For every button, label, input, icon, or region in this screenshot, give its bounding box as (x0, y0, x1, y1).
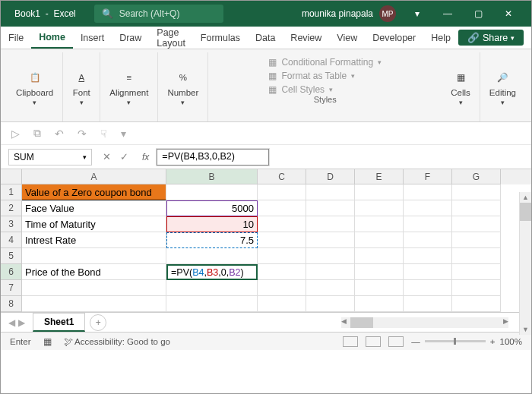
row-header-7[interactable]: 7 (1, 280, 22, 296)
name-box[interactable]: SUM▾ (8, 149, 92, 165)
quick-access-toolbar: ▷ ⧉ ↶ ↷ ☟ ▾ (1, 122, 531, 145)
qat-copy-icon[interactable]: ⧉ (33, 127, 41, 140)
cell-a3[interactable]: Time of Maturity (22, 216, 166, 232)
tab-nav-prev-icon[interactable]: ◀ (8, 317, 15, 328)
cell-a6[interactable]: Price of the Bond (22, 264, 166, 280)
accessibility-status[interactable]: 🕊 Accessibility: Good to go (64, 337, 170, 346)
fx-icon[interactable]: fx (139, 152, 152, 162)
workbook-name: Book1 - Excel (1, 8, 87, 19)
select-all-corner[interactable] (1, 169, 22, 184)
editing-button[interactable]: 🔎Editing▾ (488, 65, 518, 109)
new-sheet-button[interactable]: + (90, 314, 106, 331)
cells-button[interactable]: ▦Cells▾ (449, 65, 472, 109)
qat-redo-icon[interactable]: ↷ (78, 128, 87, 140)
close-icon[interactable]: ✕ (493, 1, 524, 27)
zoom-out-icon[interactable]: ― (411, 337, 420, 346)
col-header-a[interactable]: A (22, 169, 166, 184)
sheet-tab-1[interactable]: Sheet1 (33, 313, 85, 332)
share-button[interactable]: 🔗 Share ▾ (458, 30, 524, 46)
tab-formulas[interactable]: Formulas (193, 27, 248, 49)
horizontal-scrollbar[interactable]: ◀▶ (341, 317, 508, 328)
qat-touch-icon[interactable]: ☟ (100, 128, 107, 140)
scroll-thumb[interactable] (520, 203, 531, 221)
scroll-up-icon[interactable]: ▲ (520, 192, 531, 203)
tab-file[interactable]: File (1, 27, 31, 49)
maximize-icon[interactable]: ▢ (463, 1, 493, 27)
view-pagelayout-icon[interactable] (366, 336, 381, 347)
tab-data[interactable]: Data (248, 27, 283, 49)
zoom-slider[interactable] (425, 340, 486, 342)
col-header-d[interactable]: D (306, 169, 355, 184)
tab-view[interactable]: View (329, 27, 365, 49)
styles-group-label: Styles (314, 95, 337, 107)
row-header-5[interactable]: 5 (1, 248, 22, 264)
number-button[interactable]: %Number▾ (166, 65, 200, 109)
avatar[interactable]: MP (379, 5, 396, 22)
row-header-6[interactable]: 6 (1, 264, 22, 280)
row-header-1[interactable]: 1 (1, 184, 22, 200)
search-box[interactable]: 🔍 Search (Alt+Q) (94, 5, 223, 23)
col-header-f[interactable]: F (404, 169, 452, 184)
cell-a2[interactable]: Face Value (22, 200, 166, 216)
tab-review[interactable]: Review (283, 27, 329, 49)
col-header-e[interactable]: E (355, 169, 404, 184)
formula-bar: SUM▾ ✕ ✓ fx =PV(B4,B3,0,B2) (1, 145, 531, 169)
enter-formula-icon[interactable]: ✓ (120, 151, 128, 162)
tab-help[interactable]: Help (423, 27, 458, 49)
menu-bar: File Home Insert Draw Page Layout Formul… (1, 27, 531, 49)
cell-b4[interactable]: 7.5 (166, 232, 258, 248)
table-icon: ▦ (268, 71, 277, 81)
col-header-c[interactable]: C (258, 169, 306, 184)
col-header-b[interactable]: B (166, 169, 258, 184)
format-table-button[interactable]: ▦ Format as Table ▾ (268, 71, 355, 81)
vertical-scrollbar[interactable]: ▲ ▼ (519, 192, 531, 335)
row-header-2[interactable]: 2 (1, 200, 22, 216)
row-header-8[interactable]: 8 (1, 296, 22, 312)
title-bar: Book1 - Excel 🔍 Search (Alt+Q) mounika p… (1, 1, 531, 27)
search-icon: 🔍 (102, 8, 113, 19)
cell-styles-button[interactable]: ▦ Cell Styles ▾ (268, 84, 333, 95)
username: mounika pinapala (302, 8, 373, 19)
view-normal-icon[interactable] (343, 336, 358, 347)
row-header-3[interactable]: 3 (1, 216, 22, 232)
col-header-g[interactable]: G (452, 169, 501, 184)
tab-home[interactable]: Home (31, 27, 73, 49)
cell-b2[interactable]: 5000 (166, 200, 258, 216)
cell-b1[interactable] (166, 184, 258, 200)
clipboard-icon: 📋 (26, 68, 44, 87)
font-button[interactable]: AFont▾ (71, 65, 92, 109)
user-area: mounika pinapala MP ▾ ― ▢ ✕ (302, 1, 531, 27)
tab-developer[interactable]: Developer (365, 27, 423, 49)
column-headers: A B C D E F G (1, 169, 531, 184)
macro-icon[interactable]: ▦ (43, 336, 52, 347)
sheet-tabs: ◀▶ Sheet1 + ◀▶ (1, 312, 531, 332)
tab-pagelayout[interactable]: Page Layout (149, 27, 193, 49)
zoom-in-icon[interactable]: + (490, 337, 496, 346)
tab-nav-next-icon[interactable]: ▶ (18, 317, 25, 328)
conditional-formatting-button[interactable]: ▦ Conditional Formatting ▾ (268, 57, 382, 68)
font-icon: A (72, 68, 90, 87)
minimize-icon[interactable]: ― (432, 1, 463, 27)
spreadsheet-grid[interactable]: A B C D E F G 1Value of a Zero coupon bo… (1, 169, 531, 312)
tab-insert[interactable]: Insert (73, 27, 112, 49)
cell-a1[interactable]: Value of a Zero coupon bond (22, 184, 166, 200)
cell-b3[interactable]: 10 (166, 216, 258, 232)
tab-draw[interactable]: Draw (112, 27, 149, 49)
search-placeholder: Search (Alt+Q) (119, 8, 180, 19)
zoom-level[interactable]: 100% (500, 337, 522, 346)
ribbon-options-icon[interactable]: ▾ (402, 1, 432, 27)
conditional-icon: ▦ (268, 57, 277, 68)
cell-b6[interactable]: =PV(B4,B3,0,B2) (166, 264, 258, 280)
cancel-formula-icon[interactable]: ✕ (103, 151, 111, 162)
qat-undo-icon[interactable]: ↶ (55, 128, 64, 140)
view-pagebreak-icon[interactable] (388, 336, 404, 347)
ribbon: 📋Clipboard▾ AFont▾ ≡Alignment▾ %Number▾ … (1, 49, 531, 122)
cell-a4[interactable]: Intrest Rate (22, 232, 166, 248)
formula-input[interactable]: =PV(B4,B3,0,B2) (157, 149, 269, 165)
qat-more-icon[interactable]: ▾ (121, 128, 126, 140)
clipboard-button[interactable]: 📋Clipboard▾ (14, 65, 55, 109)
qat-share-icon[interactable]: ▷ (11, 128, 20, 140)
scroll-down-icon[interactable]: ▼ (520, 324, 531, 335)
row-header-4[interactable]: 4 (1, 232, 22, 248)
alignment-button[interactable]: ≡Alignment▾ (108, 65, 150, 109)
